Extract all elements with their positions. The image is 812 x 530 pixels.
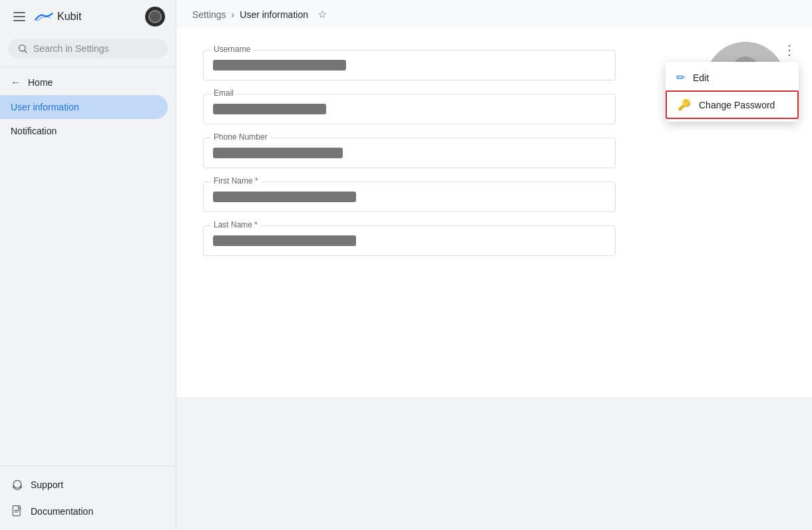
- sidebar-divider: [0, 66, 176, 67]
- svg-rect-4: [20, 485, 21, 488]
- search-icon: [17, 43, 28, 54]
- lastname-value-mask: [213, 235, 356, 246]
- sidebar-item-label: User information: [11, 102, 79, 112]
- search-bar[interactable]: Search in Settings: [8, 39, 168, 59]
- context-menu-change-password[interactable]: 🔑 Change Password: [666, 90, 799, 119]
- documentation-label: Documentation: [31, 506, 93, 517]
- sidebar-header: Kubit: [0, 0, 176, 33]
- email-value-mask: [213, 104, 326, 114]
- header-avatar[interactable]: [145, 7, 165, 27]
- context-menu-edit-label: Edit: [693, 72, 709, 83]
- svg-rect-5: [13, 506, 20, 516]
- phone-field: Phone Number: [203, 138, 785, 168]
- svg-point-2: [13, 480, 21, 488]
- content-area: ⋮ ✏ Edit 🔑 Change Password Username: [176, 29, 812, 397]
- context-menu-change-password-label: Change Password: [699, 100, 775, 110]
- sidebar-item-notification[interactable]: Notification: [0, 119, 168, 143]
- breadcrumb: Settings › User information ☆: [192, 8, 327, 21]
- headset-icon: [11, 478, 24, 491]
- sidebar-item-documentation[interactable]: Documentation: [0, 498, 176, 525]
- username-input[interactable]: [203, 50, 616, 80]
- firstname-field: First Name *: [203, 182, 785, 212]
- breadcrumb-parent[interactable]: Settings: [192, 9, 226, 20]
- form-section: ⋮ ✏ Edit 🔑 Change Password Username: [176, 29, 812, 397]
- username-value-mask: [213, 60, 346, 70]
- brand: Kubit: [35, 10, 81, 23]
- sidebar-item-user-information[interactable]: User information: [0, 95, 168, 119]
- username-label: Username: [211, 45, 253, 54]
- key-icon: 🔑: [678, 98, 691, 111]
- email-label: Email: [211, 88, 236, 98]
- sidebar-bottom: Support Documentation: [0, 465, 176, 530]
- support-label: Support: [31, 479, 63, 490]
- phone-label: Phone Number: [211, 132, 270, 142]
- svg-rect-3: [13, 485, 15, 488]
- context-menu-edit[interactable]: ✏ Edit: [666, 65, 799, 90]
- back-arrow-icon: ←: [11, 76, 21, 88]
- context-menu: ✏ Edit 🔑 Change Password: [666, 62, 799, 122]
- home-label: Home: [28, 77, 53, 88]
- breadcrumb-current: User information: [240, 9, 308, 20]
- sidebar: Kubit Search in Settings ← Home User inf…: [0, 0, 176, 530]
- phone-input[interactable]: [203, 138, 616, 168]
- brand-logo-icon: [35, 10, 53, 23]
- firstname-input[interactable]: [203, 182, 616, 212]
- search-placeholder: Search in Settings: [33, 43, 109, 54]
- sidebar-item-label: Notification: [11, 126, 57, 136]
- favorite-icon[interactable]: ☆: [317, 8, 327, 21]
- lastname-label: Last Name *: [211, 220, 260, 229]
- breadcrumb-separator: ›: [232, 9, 235, 20]
- brand-name: Kubit: [57, 11, 81, 23]
- topbar: Settings › User information ☆: [176, 0, 812, 29]
- bottom-background: [176, 397, 812, 530]
- sidebar-item-support[interactable]: Support: [0, 471, 176, 498]
- pencil-icon: ✏: [676, 71, 685, 84]
- svg-line-1: [25, 51, 27, 53]
- lastname-input[interactable]: [203, 225, 616, 256]
- sidebar-home-link[interactable]: ← Home: [0, 70, 176, 95]
- file-icon: [11, 505, 24, 518]
- lastname-field: Last Name *: [203, 225, 785, 256]
- firstname-value-mask: [213, 192, 356, 202]
- hamburger-icon[interactable]: [11, 9, 28, 24]
- email-input[interactable]: [203, 94, 616, 124]
- phone-value-mask: [213, 148, 343, 158]
- main-content: Settings › User information ☆ ⋮ ✏ Edit 🔑…: [176, 0, 812, 530]
- firstname-label: First Name *: [211, 176, 261, 186]
